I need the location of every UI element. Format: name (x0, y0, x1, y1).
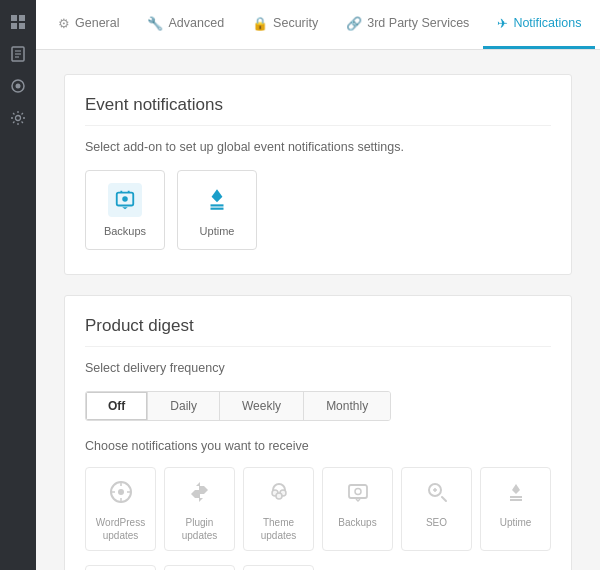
event-notification-boxes: Backups Uptime (85, 170, 551, 250)
main-content: ⚙ General 🔧 Advanced 🔒 Security 🔗 3rd Pa… (36, 0, 600, 570)
freq-weekly[interactable]: Weekly (220, 392, 304, 420)
notif-seo-label: SEO (426, 516, 447, 529)
nav-tabs: ⚙ General 🔧 Advanced 🔒 Security 🔗 3rd Pa… (36, 0, 600, 50)
notif-backups-label: Backups (338, 516, 376, 529)
content-area: Event notifications Select add-on to set… (36, 50, 600, 570)
lock-icon: 🔒 (252, 16, 268, 31)
tab-notifications[interactable]: ✈ Notifications (483, 0, 595, 49)
notif-theme-label: Theme updates (248, 516, 309, 542)
backups-icon (108, 183, 142, 217)
svg-point-10 (16, 116, 21, 121)
notif-theme[interactable]: Theme updates (243, 467, 314, 551)
svg-point-12 (122, 196, 128, 202)
backups-box[interactable]: Backups (85, 170, 165, 250)
gear-icon: ⚙ (58, 16, 70, 31)
event-notifications-section: Event notifications Select add-on to set… (64, 74, 572, 275)
svg-rect-23 (349, 485, 367, 498)
svg-point-18 (118, 489, 124, 495)
notif-uptime-label: Uptime (500, 516, 532, 529)
svg-point-24 (355, 489, 361, 495)
tab-advanced[interactable]: 🔧 Advanced (133, 0, 238, 49)
event-notifications-desc: Select add-on to set up global event not… (85, 140, 551, 154)
notif-seo[interactable]: SEO (401, 467, 472, 551)
notif-plugin-label: Plugin updates (169, 516, 230, 542)
notif-wordpress[interactable]: WordPress updates (85, 467, 156, 551)
event-notifications-title: Event notifications (85, 95, 551, 126)
freq-off[interactable]: Off (86, 392, 148, 420)
notif-backups-icon (346, 480, 370, 510)
svg-marker-26 (512, 484, 516, 494)
notif-managewp-blog[interactable]: ManageWP Blog (243, 565, 314, 570)
svg-point-9 (16, 84, 21, 89)
link-icon: 🔗 (346, 16, 362, 31)
svg-rect-2 (11, 23, 17, 29)
frequency-buttons: Off Daily Weekly Monthly (85, 391, 391, 421)
plugins-icon[interactable] (4, 72, 32, 100)
svg-rect-0 (11, 15, 17, 21)
product-digest-title: Product digest (85, 316, 551, 347)
svg-marker-14 (217, 189, 222, 202)
svg-rect-3 (19, 23, 25, 29)
svg-rect-1 (19, 15, 25, 21)
pages-icon[interactable] (4, 40, 32, 68)
svg-marker-27 (516, 484, 520, 494)
tab-security[interactable]: 🔒 Security (238, 0, 332, 49)
notifications-grid-row1: WordPress updates Plugin updates Theme u… (85, 467, 551, 551)
svg-point-22 (276, 493, 282, 499)
wordpress-icon (109, 480, 133, 510)
wrench-icon: 🔧 (147, 16, 163, 31)
tab-3rdparty[interactable]: 🔗 3rd Party Services (332, 0, 483, 49)
product-digest-section: Product digest Select delivery frequency… (64, 295, 572, 570)
notifications-grid-row2: Optimizations Product Updates ManageWP B… (85, 565, 551, 570)
notif-plugin[interactable]: Plugin updates (164, 467, 235, 551)
theme-icon (267, 480, 291, 510)
uptime-label: Uptime (200, 225, 235, 237)
notif-product-updates[interactable]: Product Updates (164, 565, 235, 570)
dashboard-icon[interactable] (4, 8, 32, 36)
tab-profile[interactable]: 👤 Profile (595, 0, 600, 49)
settings-icon[interactable] (4, 104, 32, 132)
notif-wordpress-label: WordPress updates (90, 516, 151, 542)
freq-daily[interactable]: Daily (148, 392, 220, 420)
frequency-label: Select delivery frequency (85, 361, 551, 375)
notif-backups[interactable]: Backups (322, 467, 393, 551)
notif-optimizations[interactable]: Optimizations (85, 565, 156, 570)
backups-label: Backups (104, 225, 146, 237)
tab-general[interactable]: ⚙ General (44, 0, 133, 49)
uptime-box[interactable]: Uptime (177, 170, 257, 250)
sidebar (0, 0, 36, 570)
plugin-icon (188, 480, 212, 510)
seo-icon (425, 480, 449, 510)
send-icon: ✈ (497, 16, 508, 31)
notif-uptime[interactable]: Uptime (480, 467, 551, 551)
notif-uptime-icon (504, 480, 528, 510)
svg-marker-13 (212, 189, 217, 202)
uptime-icon (200, 183, 234, 217)
freq-monthly[interactable]: Monthly (304, 392, 390, 420)
choose-notifications-label: Choose notifications you want to receive (85, 439, 551, 453)
